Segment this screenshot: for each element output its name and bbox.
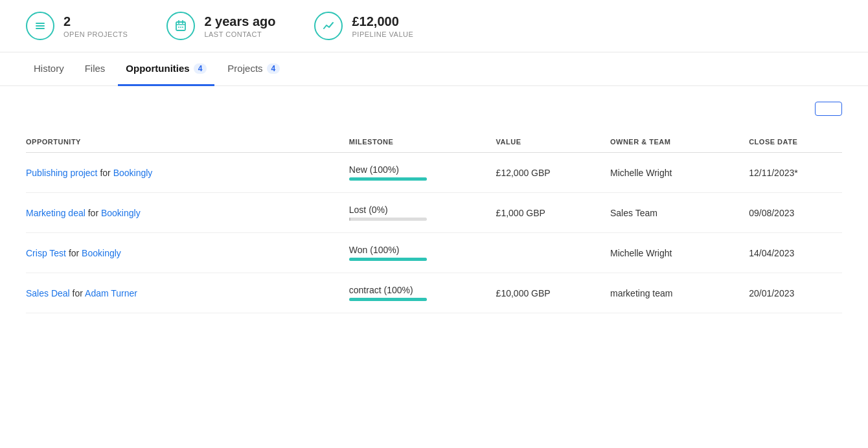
col-header-value: VALUE (483, 131, 597, 153)
milestone-cell-2: Won (100%) (336, 233, 483, 273)
value-cell-0: £12,000 GBP (483, 153, 597, 193)
stat-label-0: OPEN PROJECTS (63, 30, 128, 38)
tab-files[interactable]: Files (77, 52, 113, 86)
value-cell-3: £10,000 GBP (483, 273, 597, 313)
progress-fill-3 (349, 298, 427, 301)
owner-cell-1: Sales Team (597, 193, 736, 233)
opp-cell-0: Publishing project for Bookingly (26, 153, 336, 193)
stat-value-1: 2 years ago (204, 14, 275, 29)
stat-text-2: £12,000 PIPELINE VALUE (352, 14, 413, 38)
stat-value-2: £12,000 (352, 14, 413, 29)
milestone-cell-1: Lost (0%) (336, 193, 483, 233)
toolbar (26, 102, 842, 116)
opp-link-part2-0[interactable]: Bookingly (113, 168, 153, 178)
tab-label: Files (85, 63, 106, 74)
table-row: Crisp Test for Bookingly Won (100%) Mich… (26, 233, 842, 273)
list-icon (26, 12, 54, 40)
progress-bg-0 (349, 177, 427, 181)
table-row: Marketing deal for Bookingly Lost (0%) £… (26, 193, 842, 233)
opp-for-3: for (73, 288, 83, 298)
opp-link-part1-1[interactable]: Marketing deal (26, 208, 86, 218)
progress-bg-1 (349, 218, 427, 221)
close-date-cell-0: 12/11/2023* (736, 153, 842, 193)
stat-value-0: 2 (63, 14, 128, 29)
tab-history[interactable]: History (26, 52, 72, 86)
stat-label-2: PIPELINE VALUE (352, 30, 413, 38)
tabs-nav: HistoryFilesOpportunities4Projects4 (0, 52, 868, 86)
calendar-icon (166, 12, 195, 40)
progress-bg-2 (349, 258, 427, 261)
tab-label: History (34, 63, 64, 74)
tab-badge: 4 (267, 63, 280, 74)
trend-icon (314, 12, 343, 40)
stat-item-1: 2 years ago LAST CONTACT (166, 12, 275, 40)
tab-label: Projects (227, 63, 262, 74)
value-cell-1: £1,000 GBP (483, 193, 597, 233)
tab-projects[interactable]: Projects4 (220, 52, 288, 86)
col-header-opportunity: OPPORTUNITY (26, 131, 336, 153)
value-cell-2 (483, 233, 597, 273)
stat-label-1: LAST CONTACT (204, 30, 275, 38)
opp-link-part1-3[interactable]: Sales Deal (26, 288, 70, 298)
opp-link-part1-0[interactable]: Publishing project (26, 168, 98, 178)
svg-point-7 (178, 27, 179, 28)
table-row: Publishing project for Bookingly New (10… (26, 153, 842, 193)
milestone-cell-0: New (100%) (336, 153, 483, 193)
tab-label: Opportunities (126, 63, 189, 74)
progress-fill-2 (349, 258, 427, 261)
close-date-cell-2: 14/04/2023 (736, 233, 842, 273)
opp-cell-3: Sales Deal for Adam Turner (26, 273, 336, 313)
stat-text-0: 2 OPEN PROJECTS (63, 14, 128, 38)
col-header-owner-team: OWNER & TEAM (597, 131, 736, 153)
stat-item-0: 2 OPEN PROJECTS (26, 12, 128, 40)
progress-fill-1 (349, 218, 350, 221)
opp-link-part1-2[interactable]: Crisp Test (26, 248, 66, 258)
opp-for-2: for (69, 248, 79, 258)
stats-bar: 2 OPEN PROJECTS 2 years ago LAST CONTACT… (0, 0, 868, 52)
tab-badge: 4 (194, 63, 207, 74)
tab-opportunities[interactable]: Opportunities4 (118, 52, 214, 86)
progress-fill-0 (349, 177, 427, 181)
milestone-label-2: Won (100%) (349, 245, 483, 255)
milestone-label-3: contract (100%) (349, 285, 483, 295)
progress-bg-3 (349, 298, 427, 301)
svg-rect-3 (176, 22, 185, 30)
svg-point-8 (180, 27, 181, 28)
table-row: Sales Deal for Adam Turner contract (100… (26, 273, 842, 313)
opp-cell-1: Marketing deal for Bookingly (26, 193, 336, 233)
owner-cell-3: marketing team (597, 273, 736, 313)
opp-cell-2: Crisp Test for Bookingly (26, 233, 336, 273)
col-header-close-date: CLOSE DATE (736, 131, 842, 153)
add-opportunity-button[interactable] (815, 102, 842, 116)
opp-link-part2-1[interactable]: Bookingly (101, 208, 141, 218)
col-header-milestone: MILESTONE (336, 131, 483, 153)
close-date-cell-1: 09/08/2023 (736, 193, 842, 233)
opp-link-part2-2[interactable]: Bookingly (82, 248, 121, 258)
close-date-cell-3: 20/01/2023 (736, 273, 842, 313)
opportunities-table: OPPORTUNITYMILESTONEVALUEOWNER & TEAMCLO… (26, 131, 842, 313)
owner-cell-0: Michelle Wright (597, 153, 736, 193)
opp-for-1: for (88, 208, 98, 218)
table-body: Publishing project for Bookingly New (10… (26, 153, 842, 313)
milestone-label-0: New (100%) (349, 164, 483, 175)
svg-point-9 (182, 27, 183, 28)
stat-item-2: £12,000 PIPELINE VALUE (314, 12, 413, 40)
stat-text-1: 2 years ago LAST CONTACT (204, 14, 275, 38)
table-header: OPPORTUNITYMILESTONEVALUEOWNER & TEAMCLO… (26, 131, 842, 153)
opp-for-0: for (100, 168, 110, 178)
owner-cell-2: Michelle Wright (597, 233, 736, 273)
opp-link-part2-3[interactable]: Adam Turner (85, 288, 137, 298)
milestone-cell-3: contract (100%) (336, 273, 483, 313)
milestone-label-1: Lost (0%) (349, 205, 483, 215)
main-content: OPPORTUNITYMILESTONEVALUEOWNER & TEAMCLO… (0, 86, 868, 329)
